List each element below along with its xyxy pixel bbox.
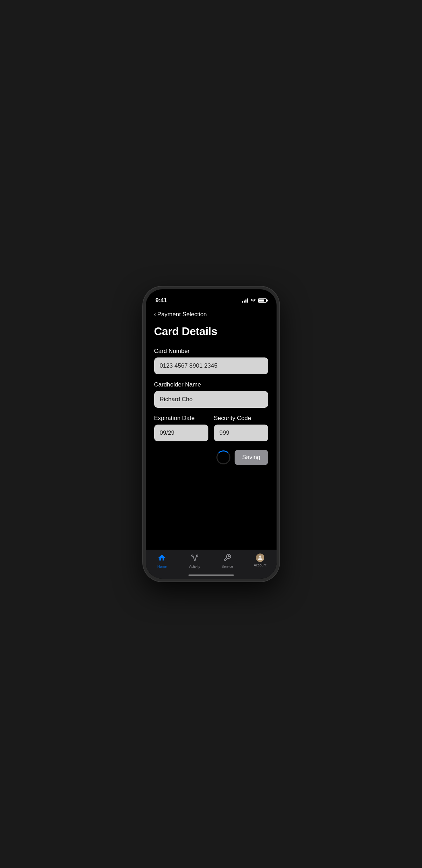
cardholder-name-input[interactable]	[154, 391, 268, 408]
loading-spinner	[216, 450, 230, 464]
status-icons	[242, 298, 267, 303]
expiration-date-field-group: Expiration Date	[154, 415, 208, 441]
battery-icon	[258, 298, 267, 303]
svg-line-3	[193, 556, 194, 559]
home-icon	[158, 554, 166, 563]
svg-point-1	[194, 559, 195, 560]
page-title: Card Details	[154, 325, 268, 338]
tab-account-label: Account	[254, 563, 266, 567]
expiration-date-input[interactable]	[154, 425, 208, 441]
back-chevron-icon: ‹	[154, 311, 156, 318]
saving-button[interactable]: Saving	[235, 450, 268, 465]
signal-bars-icon	[242, 298, 248, 303]
phone-frame: 9:41 ‹ Payment	[143, 287, 279, 581]
tab-service[interactable]: Service	[211, 554, 244, 569]
home-indicator	[188, 574, 234, 576]
service-icon	[223, 554, 231, 563]
security-code-label: Security Code	[214, 415, 268, 422]
cardholder-name-field-group: Cardholder Name	[154, 381, 268, 408]
wifi-icon	[250, 298, 256, 303]
back-label[interactable]: Payment Selection	[157, 311, 207, 318]
activity-icon	[191, 554, 199, 563]
tab-activity[interactable]: Activity	[178, 554, 211, 569]
status-time: 9:41	[156, 297, 167, 304]
security-code-field-group: Security Code	[214, 415, 268, 441]
main-content: ‹ Payment Selection Card Details Card Nu…	[146, 307, 277, 550]
tab-activity-label: Activity	[189, 565, 200, 569]
action-row: Saving	[154, 450, 268, 465]
dynamic-island	[190, 294, 232, 305]
tab-home-label: Home	[157, 565, 167, 569]
tab-home[interactable]: Home	[146, 554, 179, 569]
account-avatar	[256, 554, 264, 562]
card-number-label: Card Number	[154, 348, 268, 355]
account-icon	[256, 554, 264, 562]
tab-service-label: Service	[222, 565, 233, 569]
card-number-input[interactable]	[154, 357, 268, 374]
card-number-field-group: Card Number	[154, 348, 268, 374]
expiry-security-row: Expiration Date Security Code	[154, 415, 268, 441]
back-navigation[interactable]: ‹ Payment Selection	[154, 311, 268, 318]
svg-line-4	[195, 556, 196, 559]
cardholder-name-label: Cardholder Name	[154, 381, 268, 388]
security-code-input[interactable]	[214, 425, 268, 441]
tab-account[interactable]: Account	[244, 554, 277, 567]
expiration-date-label: Expiration Date	[154, 415, 208, 422]
